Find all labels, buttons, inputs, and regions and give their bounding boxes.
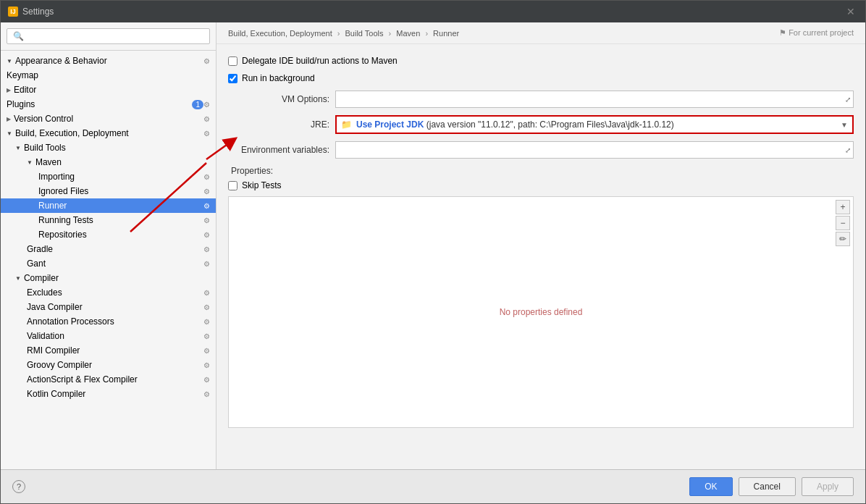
sidebar-item-label: Ignored Files [38,186,88,196]
run-background-text: Run in background [242,73,315,83]
sidebar-item-label: Compiler [24,273,59,283]
run-background-label[interactable]: Run in background [228,73,315,83]
bottom-bar: ? OK Cancel Apply [1,469,865,503]
settings-icon: ⚙ [203,57,210,65]
jre-value: Use Project JDK (java version "11.0.12",… [356,119,674,130]
sidebar-item-validation[interactable]: Validation ⚙ [1,329,216,343]
edit-property-button[interactable]: ✏ [836,232,850,246]
settings-window: IJ Settings ✕ ▼ Appearance & Behavior ⚙ … [0,0,866,504]
vm-options-row: VM Options: ⤢ [228,91,854,108]
sidebar-item-label: RMI Compiler [27,345,80,356]
sidebar-item-label: Maven [35,157,62,167]
settings-icon: ⚙ [203,303,210,311]
help-button[interactable]: ? [12,480,25,493]
plugin-icon: ⚙ [203,101,210,109]
jre-dropdown[interactable]: 📁 Use Project JDK (java version "11.0.12… [335,115,854,134]
sidebar-item-appearance-behavior[interactable]: ▼ Appearance & Behavior ⚙ [1,54,216,68]
content-area: ▼ Appearance & Behavior ⚙ Keymap ▶ Edito… [1,22,865,469]
title-bar-left: IJ Settings [8,7,54,17]
settings-icon: ⚙ [203,260,210,268]
sidebar-item-build-tools[interactable]: ▼ Build Tools [1,140,216,155]
sidebar-item-gradle[interactable]: Gradle ⚙ [1,242,216,256]
settings-icon: ⚙ [203,347,210,355]
sidebar-item-excludes[interactable]: Excludes ⚙ [1,285,216,300]
sidebar-item-gant[interactable]: Gant ⚙ [1,256,216,271]
delegate-ide-text: Delegate IDE build/run actions to Maven [242,56,398,66]
sidebar-item-version-control[interactable]: ▶ Version Control ⚙ [1,112,216,126]
sidebar-item-maven[interactable]: ▼ Maven [1,155,216,169]
settings-icon: ⚙ [203,231,210,239]
settings-icon: ⚙ [203,188,210,196]
settings-icon: ⚙ [203,289,210,297]
sidebar-item-editor[interactable]: ▶ Editor [1,83,216,97]
sidebar-item-running-tests[interactable]: Running Tests ⚙ [1,213,216,227]
nav-tree: ▼ Appearance & Behavior ⚙ Keymap ▶ Edito… [1,51,216,469]
close-button[interactable]: ✕ [844,6,858,17]
add-property-button[interactable]: + [836,200,850,214]
settings-icon: ⚙ [203,245,210,253]
delegate-ide-checkbox[interactable] [228,56,237,66]
sidebar-item-label: Plugins [7,99,189,109]
properties-section: Properties: Skip Tests + − ✏ [228,166,854,428]
settings-icon: ⚙ [203,318,210,326]
settings-icon: ⚙ [203,332,210,340]
sidebar-item-repositories[interactable]: Repositories ⚙ [1,227,216,242]
plugins-badge: 1 [192,100,203,109]
env-vars-row: Environment variables: ⤢ [228,141,854,159]
sidebar-item-label: Repositories [38,230,87,240]
sidebar-item-keymap[interactable]: Keymap [1,68,216,83]
properties-table: + − ✏ No properties defined [228,196,854,428]
sidebar-item-groovy-compiler[interactable]: Groovy Compiler ⚙ [1,358,216,372]
sidebar-item-label: Excludes [27,287,62,298]
expand-icon: ▶ [7,116,11,122]
delegate-ide-label[interactable]: Delegate IDE build/run actions to Maven [228,56,398,66]
sidebar-item-kotlin-compiler[interactable]: Kotlin Compiler ⚙ [1,387,216,401]
sidebar-item-label: Java Compiler [27,302,83,312]
sidebar-item-label: Runner [38,201,67,211]
no-properties-text: No properties defined [500,307,583,317]
sidebar-item-build-execution[interactable]: ▼ Build, Execution, Deployment ⚙ [1,126,216,140]
sidebar-item-annotation-processors[interactable]: Annotation Processors ⚙ [1,314,216,329]
env-vars-input[interactable] [335,141,854,159]
sidebar-item-importing[interactable]: Importing ⚙ [1,169,216,184]
vm-options-input[interactable] [335,91,854,108]
jre-label: JRE: [228,119,329,130]
env-vars-label: Environment variables: [228,145,329,155]
dropdown-arrow-icon: ▼ [841,121,848,129]
run-background-checkbox[interactable] [228,74,237,83]
sidebar-item-ignored-files[interactable]: Ignored Files ⚙ [1,184,216,198]
remove-property-button[interactable]: − [836,216,850,230]
settings-icon: ⚙ [203,202,210,210]
sidebar-item-label: Kotlin Compiler [27,389,85,399]
cancel-button[interactable]: Cancel [739,477,796,496]
main-content: Build, Execution, Deployment › Build Too… [216,22,865,469]
settings-icon: ⚙ [203,376,210,384]
sidebar-item-plugins[interactable]: Plugins 1 ⚙ [1,97,216,112]
sidebar-item-label: Gradle [27,244,53,254]
sidebar: ▼ Appearance & Behavior ⚙ Keymap ▶ Edito… [1,22,216,469]
sidebar-item-label: Annotation Processors [27,316,114,327]
skip-tests-checkbox[interactable] [228,181,237,190]
sidebar-item-actionscript-compiler[interactable]: ActionScript & Flex Compiler ⚙ [1,372,216,387]
expand-icon: ▼ [7,130,12,137]
search-input[interactable] [7,28,210,44]
skip-tests-label[interactable]: Skip Tests [242,180,281,190]
sidebar-item-compiler[interactable]: ▼ Compiler [1,271,216,285]
sidebar-item-runner[interactable]: Runner ⚙ [1,198,216,213]
bottom-buttons: OK Cancel Apply [689,477,854,496]
apply-button[interactable]: Apply [802,477,854,496]
sidebar-item-java-compiler[interactable]: Java Compiler ⚙ [1,300,216,314]
ok-button[interactable]: OK [689,477,732,496]
settings-icon: ⚙ [203,173,210,181]
sidebar-item-label: Keymap [7,70,38,80]
settings-panel: Delegate IDE build/run actions to Maven … [216,44,865,469]
sidebar-item-label: Version Control [14,114,73,124]
breadcrumb-bar: Build, Execution, Deployment › Build Too… [216,22,865,44]
title-bar: IJ Settings ✕ [1,1,865,22]
sidebar-item-rmi-compiler[interactable]: RMI Compiler ⚙ [1,343,216,358]
expand-icon[interactable]: ⤢ [845,96,851,104]
jre-row: JRE: 📁 Use Project JDK (java version "11… [228,115,854,134]
expand-icon[interactable]: ⤢ [845,146,851,154]
folder-icon: 📁 [341,119,352,130]
search-box [1,22,216,51]
